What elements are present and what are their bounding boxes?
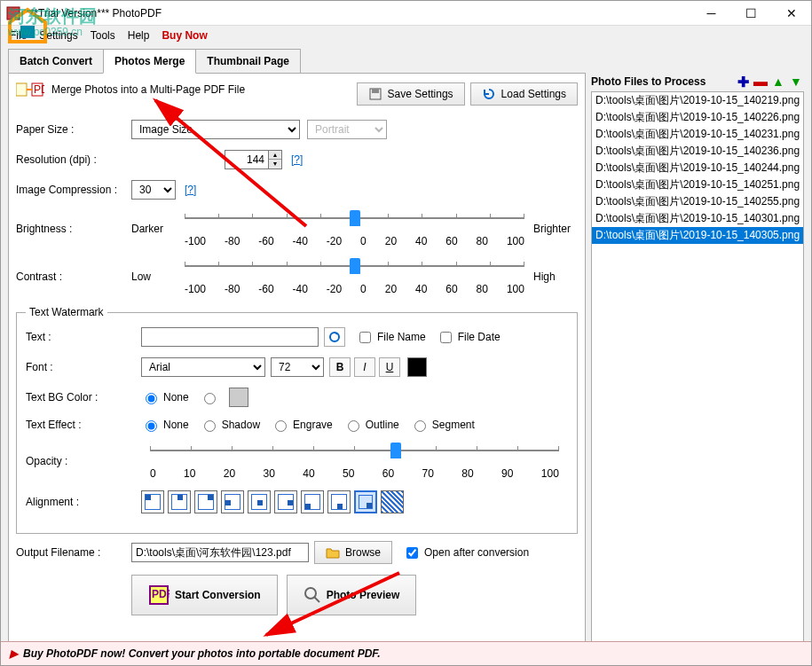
wm-filedate-checkbox[interactable]: File Date bbox=[437, 329, 501, 346]
wm-refresh-button[interactable] bbox=[324, 327, 345, 347]
contrast-ticks: -100-80-60-40-20020406080100 bbox=[185, 283, 524, 295]
align-mc[interactable] bbox=[248, 490, 271, 513]
remove-file-button[interactable]: ▬ bbox=[753, 74, 769, 90]
file-listbox[interactable]: D:\tools\桌面\图片\2019-10-15_140219.pngD:\t… bbox=[591, 91, 804, 659]
open-after-checkbox[interactable]: Open after conversion bbox=[403, 545, 529, 561]
watermark-legend: Text Watermark bbox=[26, 306, 107, 318]
bg-color-picker[interactable] bbox=[229, 388, 248, 407]
tab-photos-merge[interactable]: Photos Merge bbox=[103, 49, 196, 74]
file-list-item[interactable]: D:\tools\桌面\图片\2019-10-15_140301.png bbox=[592, 210, 803, 227]
wm-align-label: Alignment : bbox=[26, 496, 141, 508]
compression-select[interactable]: 30 bbox=[131, 180, 176, 200]
tab-batch-convert[interactable]: Batch Convert bbox=[8, 49, 104, 74]
file-list-item[interactable]: D:\tools\桌面\图片\2019-10-15_140226.png bbox=[592, 109, 803, 126]
menubar: File Settings Tools Help Buy Now bbox=[1, 26, 811, 45]
file-list-item[interactable]: D:\tools\桌面\图片\2019-10-15_140251.png bbox=[592, 176, 803, 193]
align-diag[interactable] bbox=[381, 490, 404, 513]
output-label: Output Filename : bbox=[16, 546, 131, 559]
align-ml[interactable] bbox=[221, 490, 244, 513]
app-window: 河东软件园 www.pc0359.cn ***Trial Version*** … bbox=[0, 0, 812, 666]
pdf-icon: PDF bbox=[148, 584, 169, 606]
effect-outline-radio[interactable]: Outline bbox=[343, 418, 399, 432]
bg-color-radio[interactable] bbox=[200, 390, 218, 404]
bold-button[interactable]: B bbox=[329, 357, 351, 377]
contrast-slider[interactable] bbox=[185, 258, 524, 281]
align-tc[interactable] bbox=[168, 490, 191, 513]
wm-bgcolor-label: Text BG Color : bbox=[26, 391, 141, 404]
compression-help[interactable]: [?] bbox=[185, 184, 196, 196]
file-list-item[interactable]: D:\tools\桌面\图片\2019-10-15_140231.png bbox=[592, 126, 803, 143]
menu-help[interactable]: Help bbox=[128, 29, 150, 42]
align-bl[interactable] bbox=[301, 490, 324, 513]
align-tl[interactable] bbox=[141, 490, 164, 513]
tab-thumbnail-page[interactable]: Thumbnail Page bbox=[195, 49, 301, 74]
footer-banner[interactable]: ▶ Buy PhotoPDF now! Convert your photos … bbox=[1, 641, 811, 665]
menu-file[interactable]: File bbox=[10, 29, 27, 42]
wm-effect-label: Text Effect : bbox=[26, 419, 141, 431]
effect-segment-radio[interactable]: Segment bbox=[410, 418, 475, 432]
start-conversion-button[interactable]: PDF Start Conversion bbox=[131, 575, 278, 615]
contrast-label: Contrast : bbox=[16, 270, 131, 283]
compression-label: Image Compression : bbox=[16, 184, 131, 196]
file-list-item[interactable]: D:\tools\桌面\图片\2019-10-15_140219.png bbox=[592, 92, 803, 109]
resolution-label: Resolution (dpi) : bbox=[16, 153, 131, 166]
save-icon bbox=[368, 87, 382, 101]
effect-shadow-radio[interactable]: Shadow bbox=[200, 418, 260, 432]
load-settings-button[interactable]: Load Settings bbox=[470, 82, 578, 106]
align-bc[interactable] bbox=[327, 490, 351, 513]
brightness-right-label: Brighter bbox=[533, 223, 578, 235]
window-title: ***Trial Version*** PhotoPDF bbox=[26, 7, 162, 20]
effect-none-radio[interactable]: None bbox=[141, 418, 189, 432]
paper-size-select[interactable]: Image Size bbox=[131, 120, 300, 139]
svg-text:PDF: PDF bbox=[152, 588, 169, 600]
file-list-item[interactable]: D:\tools\桌面\图片\2019-10-15_140244.png bbox=[592, 160, 803, 176]
refresh-icon bbox=[328, 331, 341, 343]
resolution-input[interactable] bbox=[225, 150, 269, 169]
wm-size-select[interactable]: 72 bbox=[271, 357, 324, 377]
photo-preview-button[interactable]: Photo Preview bbox=[287, 575, 417, 615]
save-settings-button[interactable]: Save Settings bbox=[357, 82, 465, 106]
resolution-help[interactable]: [?] bbox=[291, 153, 303, 166]
svg-line-12 bbox=[314, 597, 319, 602]
italic-button[interactable]: I bbox=[354, 357, 375, 377]
maximize-button[interactable]: ☐ bbox=[731, 1, 771, 26]
menu-settings[interactable]: Settings bbox=[39, 29, 77, 42]
file-list-item[interactable]: D:\tools\桌面\图片\2019-10-15_140305.png bbox=[592, 227, 803, 244]
menu-tools[interactable]: Tools bbox=[91, 29, 115, 42]
wm-filename-checkbox[interactable]: File Name bbox=[356, 329, 426, 346]
file-list-item[interactable]: D:\tools\桌面\图片\2019-10-15_140236.png bbox=[592, 143, 803, 160]
app-icon bbox=[6, 6, 20, 20]
add-file-button[interactable]: ✚ bbox=[735, 74, 751, 90]
browse-button[interactable]: Browse bbox=[314, 541, 392, 564]
align-tr[interactable] bbox=[194, 490, 217, 513]
align-br[interactable] bbox=[354, 490, 377, 513]
align-mr[interactable] bbox=[274, 490, 297, 513]
opacity-ticks: 0102030405060708090100 bbox=[150, 467, 559, 480]
orientation-select: Portrait bbox=[307, 120, 387, 139]
font-color-picker[interactable] bbox=[407, 357, 427, 377]
opacity-slider[interactable] bbox=[150, 443, 559, 466]
wm-font-label: Font : bbox=[26, 361, 141, 373]
text-watermark-group: Text Watermark Text : File Name File Dat… bbox=[16, 306, 578, 534]
brightness-ticks: -100-80-60-40-20020406080100 bbox=[185, 235, 524, 247]
move-down-button[interactable]: ▼ bbox=[788, 74, 804, 90]
contrast-right-label: High bbox=[533, 270, 578, 283]
minimize-button[interactable]: ─ bbox=[691, 1, 731, 26]
bg-none-radio[interactable]: None bbox=[141, 390, 189, 404]
move-up-button[interactable]: ▲ bbox=[770, 74, 786, 90]
folder-icon bbox=[326, 545, 340, 560]
wm-font-select[interactable]: Arial bbox=[141, 357, 265, 377]
wm-text-input[interactable] bbox=[141, 327, 319, 347]
effect-engrave-radio[interactable]: Engrave bbox=[271, 418, 333, 432]
close-button[interactable]: ✕ bbox=[771, 1, 811, 26]
output-path-input[interactable] bbox=[131, 543, 309, 562]
brightness-slider[interactable] bbox=[185, 210, 524, 233]
magnifier-icon bbox=[304, 586, 321, 604]
file-list-item[interactable]: D:\tools\桌面\图片\2019-10-15_140255.png bbox=[592, 193, 803, 210]
underline-button[interactable]: U bbox=[379, 357, 400, 377]
reload-icon bbox=[482, 87, 496, 101]
menu-buynow[interactable]: Buy Now bbox=[162, 29, 207, 42]
paper-size-label: Paper Size : bbox=[16, 123, 131, 136]
resolution-spinner[interactable]: ▲▼ bbox=[269, 150, 282, 169]
wm-opacity-label: Opacity : bbox=[26, 455, 141, 467]
